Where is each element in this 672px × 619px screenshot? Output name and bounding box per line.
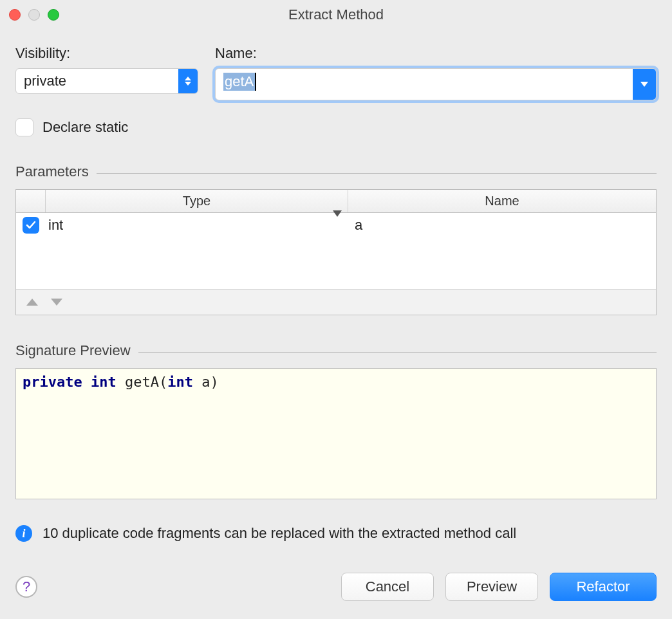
visibility-value: private (16, 69, 178, 93)
visibility-label: Visibility: (15, 45, 198, 62)
column-name[interactable]: Name (348, 190, 656, 212)
info-message: 10 duplicate code fragments can be repla… (42, 525, 516, 542)
name-label: Name: (215, 45, 657, 62)
declare-static-label: Declare static (42, 119, 128, 136)
declare-static-checkbox[interactable] (15, 118, 33, 136)
refactor-button[interactable]: Refactor (550, 573, 657, 601)
divider (138, 352, 657, 353)
divider (97, 173, 657, 174)
visibility-stepper-icon[interactable] (178, 69, 198, 93)
preview-button[interactable]: Preview (445, 573, 538, 601)
name-dropdown-button[interactable] (633, 69, 656, 100)
parameters-section-title: Parameters (15, 163, 89, 180)
parameters-table: Type Name int a (15, 189, 657, 315)
move-up-icon[interactable] (26, 299, 38, 306)
move-down-icon[interactable] (51, 299, 62, 306)
signature-preview: private int getA(int a) (15, 368, 657, 499)
visibility-select[interactable]: private (15, 68, 198, 94)
check-icon (26, 220, 36, 230)
parameters-footer (16, 289, 656, 315)
table-row[interactable]: int a (16, 213, 656, 237)
info-icon: i (15, 525, 32, 542)
parameters-header: Type Name (16, 190, 656, 213)
row-name-value[interactable]: a (348, 217, 656, 234)
row-type-value: int (48, 217, 63, 234)
name-input[interactable]: getA (215, 68, 657, 100)
help-button[interactable]: ? (15, 576, 37, 598)
titlebar: Extract Method (0, 0, 672, 30)
signature-section-title: Signature Preview (15, 342, 131, 359)
row-enabled-checkbox[interactable] (23, 217, 39, 234)
column-type[interactable]: Type (46, 190, 348, 212)
window-title: Extract Method (0, 6, 672, 23)
cancel-button[interactable]: Cancel (341, 573, 434, 601)
name-input-text[interactable]: getA (216, 69, 633, 100)
type-dropdown-icon[interactable] (333, 217, 342, 234)
